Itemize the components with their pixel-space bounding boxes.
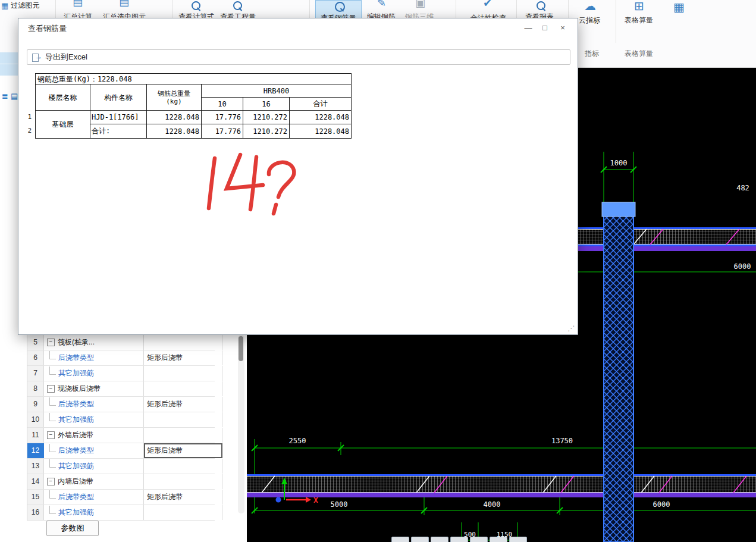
cell-sum: 1228.048 <box>290 124 351 138</box>
tree-branch <box>49 444 56 452</box>
property-link[interactable]: 后浇带类型 <box>58 353 94 363</box>
x-axis-arrow <box>306 497 311 503</box>
dock-button[interactable] <box>490 537 507 542</box>
property-row-selected[interactable]: 12 后浇带类型 矩形后浇带 <box>27 443 215 459</box>
dock-button[interactable] <box>470 537 488 542</box>
property-row[interactable]: 7 其它加强筋 <box>27 366 215 381</box>
table-row[interactable]: 合计: 1228.048 17.776 1210.272 1228.048 <box>90 124 351 138</box>
property-value[interactable] <box>144 412 222 427</box>
tree-branch <box>49 351 56 359</box>
property-value[interactable] <box>144 335 222 350</box>
property-value[interactable] <box>144 474 222 489</box>
property-link[interactable]: 其它加强筋 <box>58 507 94 518</box>
cell-total: 1228.048 <box>147 111 202 124</box>
property-value[interactable] <box>144 381 222 396</box>
cell-d10: 17.776 <box>202 111 243 124</box>
collapse-icon[interactable]: − <box>47 478 55 485</box>
cloud-icon: ☁ <box>584 0 596 12</box>
filter-elements-button[interactable]: ▦ 过滤图元 <box>1 1 39 11</box>
summary-selected-icon: ▤ <box>119 0 129 7</box>
property-value[interactable] <box>144 366 222 381</box>
property-link[interactable]: 其它加强筋 <box>58 461 94 471</box>
ribbon-button-cloud-index[interactable]: 云指标 <box>575 15 604 26</box>
property-value[interactable] <box>144 428 222 443</box>
resize-grip[interactable]: ⋰ <box>567 324 575 333</box>
collapse-icon[interactable]: − <box>47 385 55 393</box>
extra-tool-icon[interactable]: ▦ <box>673 1 685 13</box>
cell-floor: 基础层 <box>36 111 90 138</box>
panel-scrollbar[interactable] <box>238 335 244 513</box>
property-link[interactable]: 后浇带类型 <box>58 446 94 456</box>
row-number[interactable]: 8 <box>27 381 44 396</box>
row-number[interactable]: 16 <box>27 505 44 520</box>
row-number[interactable]: 15 <box>27 490 44 505</box>
table-calc-icon: ⊞ <box>634 0 644 12</box>
tree-branch <box>49 490 56 499</box>
row-number[interactable]: 14 <box>27 474 44 489</box>
slab-band-main[interactable] <box>247 474 756 497</box>
table-body: 基础层 HJD-1[1766] 1228.048 17.776 1210.272… <box>36 111 351 138</box>
property-row[interactable]: 15 后浇带类型 矩形后浇带 <box>27 490 215 505</box>
property-value[interactable] <box>144 505 222 520</box>
layout-view-icon[interactable]: ▤ <box>11 92 18 100</box>
hatched-column[interactable] <box>602 202 635 542</box>
row-number[interactable]: 9 <box>27 397 44 412</box>
row-number[interactable]: 7 <box>27 366 44 381</box>
property-value[interactable] <box>144 459 222 474</box>
row-number[interactable]: 6 <box>27 350 44 365</box>
property-row[interactable]: 16 其它加强筋 <box>27 505 215 521</box>
property-link[interactable]: 后浇带类型 <box>58 492 94 502</box>
row-number[interactable]: 11 <box>27 428 44 443</box>
property-value[interactable]: 矩形后浇带 <box>144 350 222 365</box>
maximize-button[interactable]: □ <box>538 22 551 34</box>
dim-6000-right: 6000 <box>734 262 751 271</box>
legality-check-icon: ✔ <box>483 0 492 8</box>
row-number[interactable]: 12 <box>27 443 44 458</box>
ribbon-group-index: 指标 <box>579 49 604 59</box>
collapse-icon[interactable]: − <box>47 339 55 346</box>
minimize-button[interactable]: — <box>522 22 535 34</box>
property-row[interactable]: 14 −内墙后浇带 <box>27 474 215 490</box>
property-row[interactable]: 10 其它加强筋 <box>27 412 215 428</box>
dock-button[interactable] <box>431 537 448 542</box>
property-row[interactable]: 11 −外墙后浇带 <box>27 428 215 443</box>
list-view-icon[interactable]: ≣ <box>2 92 8 100</box>
property-row[interactable]: 5 −筏板(桩承... <box>27 335 215 350</box>
row-number[interactable]: 5 <box>27 335 44 350</box>
col-header-sum: 合计 <box>290 98 351 110</box>
tree-branch <box>49 413 56 421</box>
export-to-excel-button[interactable]: → 导出到Excel <box>27 49 570 65</box>
cell-component: HJD-1[1766] <box>90 111 147 124</box>
property-link[interactable]: 后浇带类型 <box>58 399 94 409</box>
property-value[interactable]: 矩形后浇带 <box>144 490 222 505</box>
scrollbar-thumb[interactable] <box>239 336 243 361</box>
magnifier-icon <box>537 1 545 10</box>
property-link[interactable]: 其它加强筋 <box>58 415 94 425</box>
dock-button[interactable] <box>411 537 429 542</box>
table-row[interactable]: HJD-1[1766] 1228.048 17.776 1210.272 122… <box>90 111 351 124</box>
property-row[interactable]: 9 后浇带类型 矩形后浇带 <box>27 397 215 412</box>
panel-mini-toolbar: ≣ ▤ <box>2 92 18 100</box>
parameter-diagram-button[interactable]: 参数图 <box>46 521 99 536</box>
table-row-index: 1 <box>21 113 32 121</box>
dock-button[interactable] <box>509 537 527 542</box>
rebar-3d-icon: ▣ <box>415 0 425 8</box>
row-number[interactable]: 13 <box>27 459 44 474</box>
rebar-quantity-table: 钢筋总重量(Kg)：1228.048 楼层名称 构件名称 钢筋总重量 (kg) … <box>35 73 352 139</box>
property-row[interactable]: 8 −现浇板后浇带 <box>27 381 215 397</box>
ribbon-button-table-calc[interactable]: 表格算量 <box>620 15 658 26</box>
close-button[interactable]: × <box>556 22 569 34</box>
dock-button[interactable] <box>450 537 468 542</box>
dock-button[interactable] <box>391 537 409 542</box>
property-row[interactable]: 13 其它加强筋 <box>27 459 215 474</box>
collapse-icon[interactable]: − <box>47 431 55 439</box>
column-cap[interactable] <box>602 202 635 217</box>
magnifier-icon <box>192 1 200 10</box>
tree-branch <box>49 366 56 375</box>
ribbon-separator <box>616 0 616 43</box>
row-number[interactable]: 10 <box>27 412 44 427</box>
property-value[interactable]: 矩形后浇带 <box>144 397 222 412</box>
property-row[interactable]: 6 后浇带类型 矩形后浇带 <box>27 350 215 366</box>
property-value-selected[interactable]: 矩形后浇带 <box>144 443 222 458</box>
property-link[interactable]: 其它加强筋 <box>58 368 94 378</box>
